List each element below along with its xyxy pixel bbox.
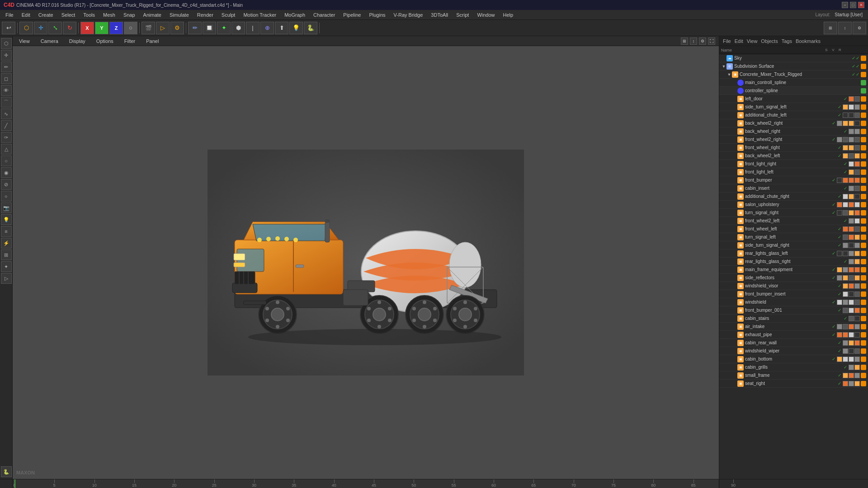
tree-item-main-frame-equipment[interactable]: ▣main_frame_equipment✓ [719, 266, 868, 274]
toggle-cabin_insert[interactable] [732, 186, 737, 191]
viewport-menu-display[interactable]: Display [66, 38, 88, 44]
toggle-front_wheel2_right[interactable] [732, 137, 737, 142]
toggle-truck[interactable]: ▼ [726, 72, 732, 77]
knife-tool[interactable]: | [246, 22, 259, 34]
tree-item-spline1[interactable]: main_controll_spline [719, 79, 868, 87]
menu-mograph[interactable]: MoGraph [281, 11, 309, 19]
tree-item-side-reflectors[interactable]: ▣side_reflectors✓ [719, 274, 868, 282]
toggle-rear_lights_glass_right[interactable] [732, 259, 737, 264]
z-axis-btn[interactable]: Z [109, 22, 123, 34]
left-tool-python[interactable]: 🐍 [1, 466, 12, 477]
tree-item-cabin-insert[interactable]: ▣cabin_insert✓ [719, 184, 868, 192]
menu-sculpt[interactable]: Sculpt [218, 11, 239, 19]
menu-animate[interactable]: Animate [140, 11, 165, 19]
toggle-left_door[interactable] [732, 96, 737, 102]
toggle-front_wheel2_left[interactable] [732, 218, 737, 224]
toggle-front_light_right[interactable] [732, 161, 737, 167]
toggle-main_frame_equipment[interactable] [732, 267, 737, 272]
tree-item-air-intake[interactable]: ▣air_intake✓ [719, 323, 868, 331]
viewport-canvas[interactable]: MAXON [13, 46, 719, 479]
paint-tool[interactable]: ✏ [188, 22, 202, 34]
loop-tool[interactable]: ⊕ [260, 22, 274, 34]
tree-item-front-light-left[interactable]: ▣front_light_left✓ [719, 168, 868, 176]
left-tool-paint[interactable]: ✏ [1, 61, 12, 72]
menu-snap[interactable]: Snap [120, 11, 139, 19]
tree-item-back-wheel2-right[interactable]: ▣back_wheel2_right✓ [719, 119, 868, 127]
scale-tool[interactable]: ⤡ [48, 22, 62, 34]
viewport-menu-camera[interactable]: Camera [38, 38, 61, 44]
toggle-front_light_left[interactable] [732, 169, 737, 175]
maximize-button[interactable]: □ [850, 2, 856, 8]
left-tool-bend[interactable]: ⌒ [1, 97, 12, 108]
left-tool-move[interactable]: ✛ [1, 50, 12, 61]
x-axis-btn[interactable]: X [80, 22, 94, 34]
viewport-menu-panel[interactable]: Panel [143, 38, 161, 44]
tree-item-front-bumper-insert[interactable]: ▣front_bumper_insert✓ [719, 290, 868, 298]
magnet-tool[interactable]: 🔲 [203, 22, 216, 34]
left-tool-material[interactable]: ◉ [1, 167, 12, 178]
extrude-tool[interactable]: ⬆ [275, 22, 288, 34]
tree-item-back-wheel2-left[interactable]: ▣back_wheel2_left✓ [719, 152, 868, 160]
render-btn[interactable]: ▷ [156, 22, 170, 34]
obj-menu-bookmarks[interactable]: Bookmarks [796, 38, 821, 44]
menu-window[interactable]: Window [473, 11, 498, 19]
tree-item-windshield[interactable]: ▣windshield✓ [719, 298, 868, 306]
toggle-additional_chute_left[interactable] [732, 113, 737, 118]
left-tool-mograph[interactable]: ✦ [1, 261, 12, 272]
tree-item-front-wheel2-left[interactable]: ▣front_wheel2_left✓ [719, 217, 868, 225]
tree-item-small-frame[interactable]: ▣small_frame✓ [719, 371, 868, 380]
menu-render[interactable]: Render [193, 11, 217, 19]
toggle-sky[interactable] [721, 56, 726, 61]
viewport-menu-view[interactable]: View [16, 38, 33, 44]
menu-create[interactable]: Create [35, 11, 57, 19]
select-tool[interactable]: ⬡ [19, 22, 33, 34]
left-tool-effector[interactable]: ⚡ [1, 238, 12, 249]
left-tool-camera[interactable]: 📷 [1, 202, 12, 213]
top-icons-1[interactable]: ⊞ [824, 22, 837, 34]
tree-item-sky[interactable]: ☁ Sky ✓ ✓ [719, 54, 868, 62]
tree-item-spline2[interactable]: controller_spline [719, 87, 868, 95]
toggle-front_wheel_right[interactable] [732, 145, 737, 150]
viewport-menu-options[interactable]: Options [94, 38, 116, 44]
menu-3dtoall[interactable]: 3DToAll [427, 11, 452, 19]
tree-item-rear-lights-glass-left[interactable]: ▣rear_lights_glass_left✓ [719, 249, 868, 258]
left-tool-select[interactable]: ⬡ [1, 38, 12, 49]
sculpt-tool[interactable]: ⬢ [231, 22, 245, 34]
menu-select[interactable]: Select [58, 11, 79, 19]
toggle-rear_lights_glass_left[interactable] [732, 251, 737, 256]
tree-item-turn-signal-left[interactable]: ▣turn_signal_left✓ [719, 233, 868, 241]
left-tool-line[interactable]: ╱ [1, 120, 12, 131]
rotate-tool[interactable]: ↻ [63, 22, 76, 34]
minimize-button[interactable]: − [842, 2, 848, 8]
tree-item-front-light-right[interactable]: ▣front_light_right✓ [719, 160, 868, 168]
viewport-zoom-btn[interactable]: ↕ [690, 38, 697, 45]
menu-tools[interactable]: Tools [80, 11, 99, 19]
tree-item-side-turn-signal-left[interactable]: ▣side_turn_signal_left✓ [719, 103, 868, 111]
menu-motion-tracker[interactable]: Motion Tracker [240, 11, 280, 19]
toggle-air_intake[interactable] [732, 324, 737, 329]
tree-item-rear-lights-glass-right[interactable]: ▣rear_lights_glass_right✓ [719, 258, 868, 266]
toggle-subdiv[interactable]: ▼ [721, 64, 726, 69]
toggle-side_turn_signal_left[interactable] [732, 104, 737, 110]
left-tool-light[interactable]: 💡 [1, 214, 12, 225]
toggle-salon_upholstery[interactable] [732, 202, 737, 207]
tree-item-back-wheel-right[interactable]: ▣back_wheel_right✓ [719, 127, 868, 136]
top-icons-3[interactable]: ⚙ [853, 22, 866, 34]
tree-item-front-bumper-001[interactable]: ▣front_bumper_001✓ [719, 306, 868, 314]
toggle-spline2[interactable] [732, 88, 737, 94]
python-tool[interactable]: 🐍 [304, 22, 317, 34]
menu-file[interactable]: File [2, 11, 17, 19]
menu-edit[interactable]: Edit [18, 11, 34, 19]
menu-mesh[interactable]: Mesh [99, 11, 119, 19]
toggle-spline1[interactable] [732, 80, 737, 85]
left-tool-spline[interactable]: ∿ [1, 108, 12, 119]
tree-item-subdiv[interactable]: ▼ ⊞ Subdivision Surface ✓ ✓ [719, 62, 868, 70]
top-icons-2[interactable]: ↕ [838, 22, 852, 34]
left-tool-deform[interactable]: ⟐ [1, 191, 12, 202]
menu-simulate[interactable]: Simulate [166, 11, 193, 19]
viewport-settings-btn[interactable]: ⚙ [699, 38, 706, 45]
tree-item-front-wheel-right[interactable]: ▣front_wheel_right✓ [719, 144, 868, 152]
menu-script[interactable]: Script [453, 11, 472, 19]
render-settings-btn[interactable]: ⚙ [170, 22, 184, 34]
menu-plugins[interactable]: Plugins [365, 11, 389, 19]
